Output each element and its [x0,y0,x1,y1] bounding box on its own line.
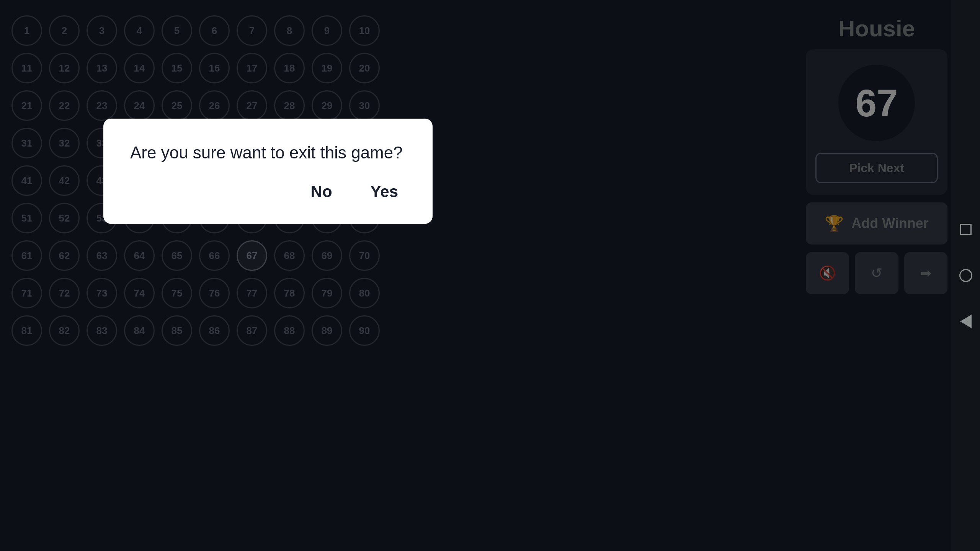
nav-back-button[interactable] [958,314,973,329]
nav-square-button[interactable] [958,222,973,237]
dialog-no-button[interactable]: No [303,179,340,205]
android-nav [951,0,980,551]
modal-overlay: Are you sure want to exit this game? No … [0,0,951,551]
dialog-yes-button[interactable]: Yes [363,179,406,205]
dialog-question: Are you sure want to exit this game? [130,142,406,163]
circle-icon [959,269,972,282]
dialog-buttons: No Yes [130,179,406,205]
square-icon [960,224,972,235]
exit-dialog: Are you sure want to exit this game? No … [103,119,433,224]
nav-circle-button[interactable] [958,268,973,283]
back-icon [960,315,972,328]
